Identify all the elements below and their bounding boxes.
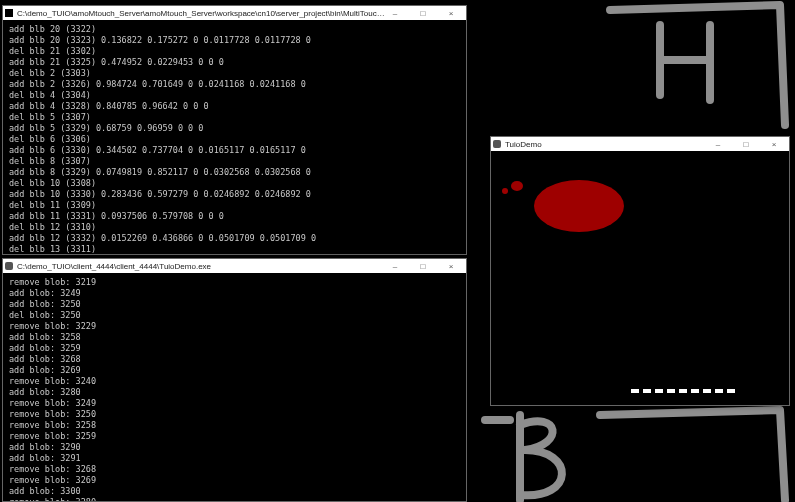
window-client-console[interactable]: C:\demo_TUIO\client_4444\client_4444\Tui…	[2, 258, 467, 502]
window-server-console[interactable]: C:\demo_TUIO\amoMtouch_Server\amoMtouch_…	[2, 5, 467, 255]
window-controls: – □ ×	[386, 9, 464, 18]
maximize-button[interactable]: □	[414, 9, 432, 18]
titlebar-client[interactable]: C:\demo_TUIO\client_4444\client_4444\Tui…	[3, 259, 466, 273]
touch-blob	[534, 180, 624, 232]
dashed-separator	[631, 389, 735, 393]
touch-blob	[502, 188, 508, 194]
window-tuio-demo[interactable]: TuioDemo – □ ×	[490, 136, 790, 406]
console-server-output: add blb 20 (3322) add blb 20 (3323) 0.13…	[3, 20, 466, 254]
titlebar-demo[interactable]: TuioDemo – □ ×	[491, 137, 789, 151]
window-title-server: C:\demo_TUIO\amoMtouch_Server\amoMtouch_…	[17, 9, 386, 18]
whiteboard-stroke-h	[600, 0, 790, 130]
whiteboard-stroke-b	[480, 390, 795, 502]
maximize-button[interactable]: □	[414, 262, 432, 271]
window-title-client: C:\demo_TUIO\client_4444\client_4444\Tui…	[17, 262, 386, 271]
close-button[interactable]: ×	[765, 140, 783, 149]
minimize-button[interactable]: –	[709, 140, 727, 149]
minimize-button[interactable]: –	[386, 9, 404, 18]
close-button[interactable]: ×	[442, 262, 460, 271]
demo-canvas[interactable]	[491, 151, 789, 405]
minimize-button[interactable]: –	[386, 262, 404, 271]
titlebar-server[interactable]: C:\demo_TUIO\amoMtouch_Server\amoMtouch_…	[3, 6, 466, 20]
close-button[interactable]: ×	[442, 9, 460, 18]
prompt-icon	[5, 9, 13, 17]
maximize-button[interactable]: □	[737, 140, 755, 149]
app-icon	[493, 140, 501, 148]
window-controls: – □ ×	[386, 262, 464, 271]
app-icon	[5, 262, 13, 270]
console-client-output: remove blob: 3219 add blob: 3249 add blo…	[3, 273, 466, 501]
touch-blob	[511, 181, 523, 191]
window-controls: – □ ×	[709, 140, 787, 149]
window-title-demo: TuioDemo	[505, 140, 709, 149]
